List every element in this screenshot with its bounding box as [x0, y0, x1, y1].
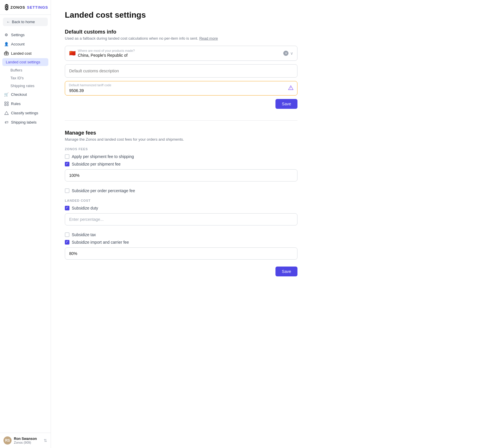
person-icon: 👤 [4, 42, 9, 46]
apply-per-shipment-row: Apply per shipment fee to shipping [65, 154, 297, 159]
customs-save-button[interactable]: Save [275, 99, 297, 109]
svg-rect-8 [7, 104, 8, 106]
customs-description-group [65, 64, 297, 78]
country-clear-button[interactable]: ✕ [283, 51, 288, 56]
sidebar-item-settings-label: Settings [11, 33, 25, 37]
grid-icon [4, 101, 9, 106]
sidebar-subitem-shipping-label: Shipping rates [10, 84, 34, 88]
subsidize-duty-label: Subsidize duty [72, 206, 98, 210]
customs-section-title: Default customs info [65, 29, 297, 35]
sidebar-subitem-lcs-label: Landed cost settings [6, 60, 40, 64]
import-carrier-value-input[interactable] [65, 247, 297, 260]
logo-text: ZONOS [10, 5, 25, 10]
user-org: Zonos (909) [14, 441, 37, 444]
sidebar-item-landed-cost-label: Landed cost [11, 51, 32, 56]
country-chevron-icon[interactable]: ∨ [290, 51, 293, 56]
section-divider [65, 120, 297, 121]
apply-per-shipment-checkbox[interactable] [65, 154, 69, 159]
svg-rect-5 [5, 102, 6, 103]
sidebar-item-account-label: Account [11, 42, 25, 46]
cart-icon: 🛒 [4, 92, 9, 97]
fees-section-desc: Manage the Zonos and landed cost fees fo… [65, 137, 297, 142]
fees-section-title: Manage fees [65, 130, 297, 136]
sidebar-item-account[interactable]: 👤 Account [0, 39, 51, 49]
subsidize-per-shipment-checkbox[interactable] [65, 162, 69, 166]
apply-per-shipment-label: Apply per shipment fee to shipping [72, 154, 134, 159]
main-content: Landed cost settings Default customs inf… [51, 0, 311, 448]
sidebar-item-checkout[interactable]: 🛒 Checkout [0, 90, 51, 99]
gear-icon: ⚙ [4, 32, 9, 37]
sidebar-item-classify-label: Classify settings [11, 111, 38, 115]
subsidize-tax-row: Subsidize tax [65, 232, 297, 237]
warning-triangle-icon [288, 85, 293, 91]
sidebar: ZONOS SETTINGS ← Back to home ⚙ Settings… [0, 0, 51, 448]
chevron-updown-icon[interactable]: ⇅ [44, 438, 47, 443]
subsidize-per-shipment-label: Subsidize per shipment fee [72, 162, 121, 166]
logo-icon [5, 4, 9, 10]
subsidize-tax-checkbox[interactable] [65, 232, 69, 237]
page-title: Landed cost settings [65, 10, 297, 20]
avatar: RS [3, 436, 12, 445]
sidebar-subitem-buffers[interactable]: Buffers [0, 66, 51, 74]
sidebar-item-checkout-label: Checkout [11, 92, 27, 97]
sidebar-item-shipping-labels-label: Shipping labels [11, 120, 36, 124]
sidebar-subitem-tax-ids[interactable]: Tax ID's [0, 74, 51, 82]
per-shipment-value-input[interactable] [65, 169, 297, 181]
country-flag: 🇨🇳 [69, 50, 76, 56]
zonos-fees-label: ZONOS FEES [65, 147, 297, 151]
sidebar-item-landed-cost[interactable]: Landed cost [0, 49, 51, 58]
sidebar-subitem-shipping-rates[interactable]: Shipping rates [0, 82, 51, 90]
logo-settings: SETTINGS [27, 5, 48, 10]
user-details: Ron Swanson Zonos (909) [14, 437, 37, 444]
customs-info-section: Default customs info Used as a fallback … [65, 29, 297, 109]
subsidize-per-order-row: Subsidize per order percentage fee [65, 188, 297, 193]
sidebar-footer: RS Ron Swanson Zonos (909) ⇅ [0, 433, 51, 448]
import-carrier-value-group [65, 247, 297, 263]
user-name: Ron Swanson [14, 437, 37, 441]
tariff-code-group: Default harmonized tariff code [65, 81, 297, 96]
country-select[interactable]: 🇨🇳 Where are most of your products made?… [65, 46, 297, 61]
fees-section: Manage fees Manage the Zonos and landed … [65, 130, 297, 276]
country-select-group: 🇨🇳 Where are most of your products made?… [65, 46, 297, 61]
svg-point-1 [6, 7, 7, 8]
sidebar-subitem-taxids-label: Tax ID's [10, 76, 24, 80]
per-shipment-value-group [65, 169, 297, 185]
user-info: RS Ron Swanson Zonos (909) [3, 436, 37, 445]
sidebar-item-settings[interactable]: ⚙ Settings [0, 30, 51, 39]
sidebar-item-rules[interactable]: Rules [0, 99, 51, 108]
customs-section-desc: Used as a fallback during landed cost ca… [65, 36, 297, 41]
sidebar-item-shipping-labels[interactable]: 🏷 Shipping labels [0, 117, 51, 127]
subsidize-per-order-checkbox[interactable] [65, 188, 69, 193]
subsidize-import-carrier-row: Subsidize import and carrier fee [65, 240, 297, 245]
svg-point-10 [291, 89, 291, 89]
customs-description-input[interactable] [65, 64, 297, 78]
fees-save-button[interactable]: Save [275, 267, 297, 276]
country-select-label: Where are most of your products made? [78, 49, 135, 52]
duty-percentage-input[interactable] [65, 213, 297, 225]
sidebar-subitem-buffers-label: Buffers [10, 68, 22, 72]
sidebar-item-rules-label: Rules [11, 102, 21, 106]
box-icon [4, 51, 9, 56]
triangle-icon [4, 111, 9, 115]
country-select-value: China, People's Republic of [78, 53, 135, 58]
duty-percentage-group [65, 213, 297, 229]
label-icon: 🏷 [4, 120, 9, 124]
sidebar-item-classify[interactable]: Classify settings [0, 108, 51, 117]
subsidize-import-carrier-label: Subsidize import and carrier fee [72, 240, 129, 245]
sidebar-nav: ⚙ Settings 👤 Account Landed cost Landed … [0, 29, 51, 433]
subsidize-import-carrier-checkbox[interactable] [65, 240, 69, 245]
subsidize-per-shipment-row: Subsidize per shipment fee [65, 162, 297, 166]
subsidize-duty-checkbox[interactable] [65, 206, 69, 210]
tariff-code-input[interactable] [65, 81, 297, 96]
back-to-home-button[interactable]: ← Back to home [3, 18, 48, 26]
arrow-left-icon: ← [6, 20, 10, 24]
sidebar-subitem-landed-cost-settings[interactable]: Landed cost settings [2, 58, 48, 66]
customs-desc-text: Used as a fallback during landed cost ca… [65, 36, 198, 41]
subsidize-tax-label: Subsidize tax [72, 232, 96, 237]
subsidize-per-order-label: Subsidize per order percentage fee [72, 188, 135, 193]
app-logo: ZONOS SETTINGS [0, 0, 51, 15]
read-more-link[interactable]: Read more [199, 36, 218, 41]
back-button-label: Back to home [12, 20, 35, 24]
country-info: Where are most of your products made? Ch… [78, 49, 135, 58]
subsidize-duty-row: Subsidize duty [65, 206, 297, 210]
